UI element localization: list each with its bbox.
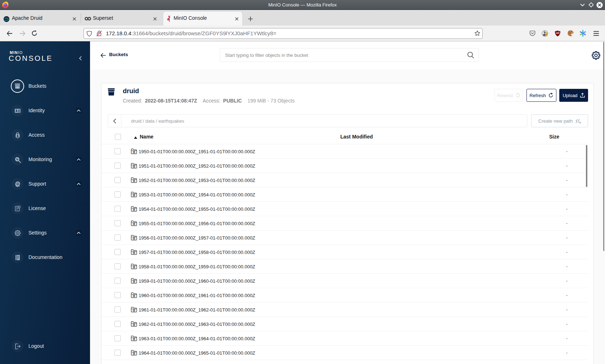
svg-text:uO: uO bbox=[556, 32, 560, 34]
